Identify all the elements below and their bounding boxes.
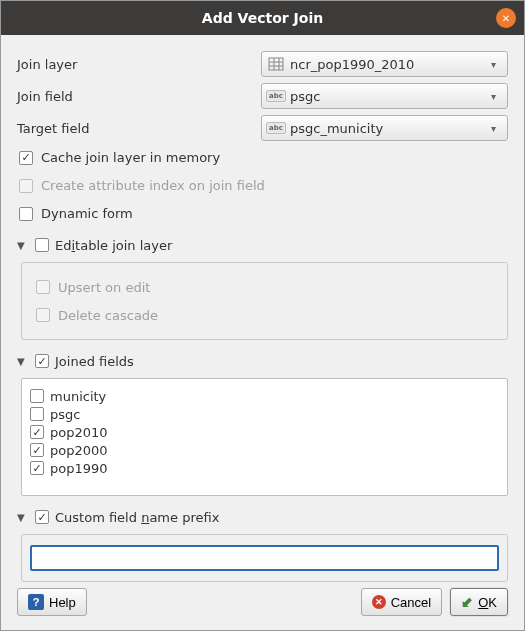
join-layer-combo[interactable]: ncr_pop1990_2010 ▾ bbox=[261, 51, 508, 77]
help-button-label: Help bbox=[49, 595, 76, 610]
cancel-button[interactable]: ✕ Cancel bbox=[361, 588, 442, 616]
create-index-checkbox bbox=[19, 179, 33, 193]
field-item[interactable]: pop2000 bbox=[30, 441, 499, 459]
text-field-icon: abc bbox=[268, 88, 284, 104]
field-name: pop2000 bbox=[50, 443, 108, 458]
field-checkbox[interactable] bbox=[30, 461, 44, 475]
help-button[interactable]: ? Help bbox=[17, 588, 87, 616]
field-checkbox[interactable] bbox=[30, 425, 44, 439]
ok-button-label: OK bbox=[478, 595, 497, 610]
create-index-option: Create attribute index on join field bbox=[17, 175, 508, 197]
window-title: Add Vector Join bbox=[202, 10, 323, 26]
close-icon: ✕ bbox=[502, 13, 510, 24]
table-icon bbox=[268, 56, 284, 72]
joined-fields-checkbox[interactable] bbox=[35, 354, 49, 368]
disclosure-triangle-icon: ▼ bbox=[17, 240, 29, 251]
target-field-value: psgc_municity bbox=[290, 121, 491, 136]
editable-checkbox[interactable] bbox=[35, 238, 49, 252]
dynamic-form-checkbox[interactable] bbox=[19, 207, 33, 221]
cancel-icon: ✕ bbox=[372, 595, 386, 609]
join-field-combo[interactable]: abc psgc ▾ bbox=[261, 83, 508, 109]
delete-cascade-checkbox bbox=[36, 308, 50, 322]
field-name: municity bbox=[50, 389, 106, 404]
cancel-button-label: Cancel bbox=[391, 595, 431, 610]
field-checkbox[interactable] bbox=[30, 389, 44, 403]
upsert-option: Upsert on edit bbox=[34, 273, 495, 301]
target-field-row: Target field abc psgc_municity ▾ bbox=[17, 115, 508, 141]
dynamic-form-option[interactable]: Dynamic form bbox=[17, 203, 508, 225]
spacer bbox=[95, 588, 353, 616]
delete-cascade-option: Delete cascade bbox=[34, 301, 495, 329]
create-index-label: Create attribute index on join field bbox=[41, 178, 265, 193]
joined-fields-list[interactable]: municitypsgcpop2010pop2000pop1990 bbox=[21, 378, 508, 496]
disclosure-triangle-icon: ▼ bbox=[17, 512, 29, 523]
button-bar: ? Help ✕ Cancel ⬋ OK bbox=[17, 588, 508, 616]
upsert-checkbox bbox=[36, 280, 50, 294]
join-field-value: psgc bbox=[290, 89, 491, 104]
ok-button[interactable]: ⬋ OK bbox=[450, 588, 508, 616]
titlebar: Add Vector Join ✕ bbox=[1, 1, 524, 35]
close-button[interactable]: ✕ bbox=[496, 8, 516, 28]
cache-checkbox[interactable] bbox=[19, 151, 33, 165]
text-field-icon: abc bbox=[268, 120, 284, 136]
custom-prefix-checkbox[interactable] bbox=[35, 510, 49, 524]
join-layer-value: ncr_pop1990_2010 bbox=[290, 57, 491, 72]
help-icon: ? bbox=[28, 594, 44, 610]
chevron-down-icon: ▾ bbox=[491, 59, 501, 70]
custom-prefix-section-header[interactable]: ▼ Custom field name prefix bbox=[17, 506, 508, 528]
dialog-window: Add Vector Join ✕ Join layer ncr_pop1990… bbox=[0, 0, 525, 631]
editable-section-header[interactable]: ▼ Editable join layer bbox=[17, 234, 508, 256]
custom-prefix-label: Custom field name prefix bbox=[55, 510, 219, 525]
dynamic-form-label: Dynamic form bbox=[41, 206, 133, 221]
target-field-label: Target field bbox=[17, 121, 261, 136]
join-layer-label: Join layer bbox=[17, 57, 261, 72]
field-name: pop2010 bbox=[50, 425, 108, 440]
join-layer-row: Join layer ncr_pop1990_2010 ▾ bbox=[17, 51, 508, 77]
svg-rect-0 bbox=[269, 58, 283, 70]
joined-fields-label: Joined fields bbox=[55, 354, 134, 369]
target-field-combo[interactable]: abc psgc_municity ▾ bbox=[261, 115, 508, 141]
custom-prefix-panel bbox=[21, 534, 508, 582]
field-name: pop1990 bbox=[50, 461, 108, 476]
field-checkbox[interactable] bbox=[30, 443, 44, 457]
join-field-label: Join field bbox=[17, 89, 261, 104]
field-checkbox[interactable] bbox=[30, 407, 44, 421]
join-field-row: Join field abc psgc ▾ bbox=[17, 83, 508, 109]
upsert-label: Upsert on edit bbox=[58, 280, 150, 295]
joined-fields-section-header[interactable]: ▼ Joined fields bbox=[17, 350, 508, 372]
field-name: psgc bbox=[50, 407, 80, 422]
field-item[interactable]: pop1990 bbox=[30, 459, 499, 477]
delete-cascade-label: Delete cascade bbox=[58, 308, 158, 323]
field-item[interactable]: psgc bbox=[30, 405, 499, 423]
editable-label: Editable join layer bbox=[55, 238, 172, 253]
cache-option[interactable]: Cache join layer in memory bbox=[17, 147, 508, 169]
ok-icon: ⬋ bbox=[461, 594, 473, 610]
dialog-content: Join layer ncr_pop1990_2010 ▾ Join field… bbox=[1, 35, 524, 630]
chevron-down-icon: ▾ bbox=[491, 123, 501, 134]
custom-prefix-input[interactable] bbox=[30, 545, 499, 571]
editable-subpanel: Upsert on edit Delete cascade bbox=[21, 262, 508, 340]
field-item[interactable]: pop2010 bbox=[30, 423, 499, 441]
field-item[interactable]: municity bbox=[30, 387, 499, 405]
chevron-down-icon: ▾ bbox=[491, 91, 501, 102]
cache-label: Cache join layer in memory bbox=[41, 150, 220, 165]
disclosure-triangle-icon: ▼ bbox=[17, 356, 29, 367]
